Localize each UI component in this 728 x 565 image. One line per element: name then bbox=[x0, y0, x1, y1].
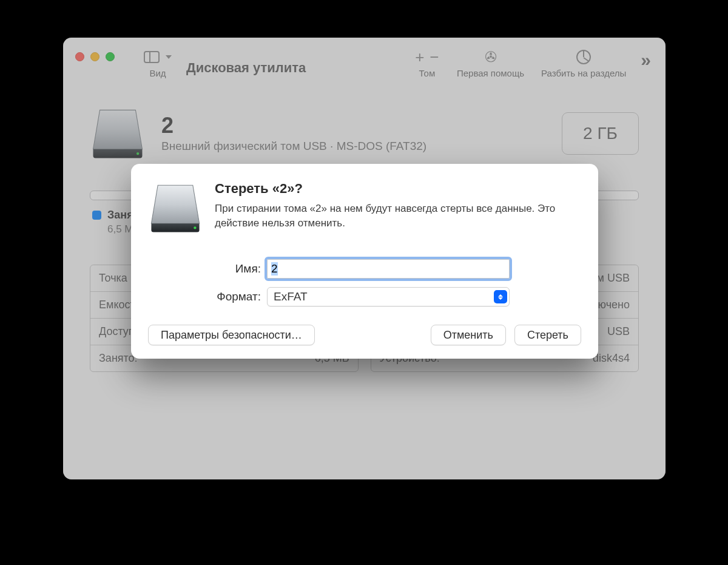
toolbar-first-aid[interactable]: ✇ Первая помощь bbox=[451, 49, 530, 78]
toolbar-partition-label: Разбить на разделы bbox=[541, 68, 626, 78]
updown-chevron-icon bbox=[494, 290, 507, 303]
external-drive-icon bbox=[148, 181, 203, 239]
zoom-window-button[interactable] bbox=[106, 52, 115, 61]
toolbar-view-label: Вид bbox=[149, 68, 166, 78]
plus-icon: + bbox=[414, 52, 425, 63]
name-input[interactable] bbox=[267, 259, 510, 279]
window-controls bbox=[75, 52, 115, 61]
external-drive-icon bbox=[90, 106, 146, 161]
minimize-window-button[interactable] bbox=[90, 52, 99, 61]
format-select-value: ExFAT bbox=[274, 290, 308, 303]
dialog-title: Стереть «2»? bbox=[215, 181, 561, 197]
toolbar-overflow[interactable]: » bbox=[637, 50, 656, 70]
toolbar-volume[interactable]: + − Том bbox=[408, 49, 446, 78]
legend-swatch-used bbox=[92, 211, 101, 220]
sidebar-icon bbox=[144, 51, 160, 63]
toolbar-volume-label: Том bbox=[419, 68, 436, 78]
app-title: Дисковая утилита bbox=[186, 60, 330, 76]
erase-form: Имя: Формат: ExFAT bbox=[148, 259, 581, 306]
close-window-button[interactable] bbox=[75, 52, 84, 61]
security-options-button[interactable]: Параметры безопасности… bbox=[148, 325, 315, 345]
minus-icon: − bbox=[429, 52, 440, 63]
toolbar-partition[interactable]: Разбить на разделы bbox=[535, 49, 632, 78]
format-select[interactable]: ExFAT bbox=[267, 287, 510, 306]
format-label: Формат: bbox=[148, 290, 267, 303]
stethoscope-icon: ✇ bbox=[485, 49, 497, 66]
pie-chart-icon bbox=[576, 50, 591, 64]
name-label: Имя: bbox=[148, 262, 267, 276]
drive-name: 2 bbox=[161, 114, 546, 137]
cancel-button[interactable]: Отменить bbox=[431, 325, 506, 345]
drive-capacity-box: 2 ГБ bbox=[562, 112, 639, 155]
erase-button[interactable]: Стереть bbox=[514, 325, 581, 345]
chevron-down-icon bbox=[166, 55, 172, 59]
drive-subtitle: Внешний физический том USB · MS-DOS (FAT… bbox=[161, 140, 546, 153]
erase-dialog: Стереть «2»? При стирании тома «2» на не… bbox=[131, 164, 598, 359]
toolbar: Вид Дисковая утилита + − Том ✇ Первая по… bbox=[63, 38, 666, 92]
dialog-description: При стирании тома «2» на нем будут навсе… bbox=[215, 201, 561, 231]
toolbar-view[interactable]: Вид bbox=[138, 49, 178, 78]
toolbar-first-aid-label: Первая помощь bbox=[457, 68, 524, 78]
